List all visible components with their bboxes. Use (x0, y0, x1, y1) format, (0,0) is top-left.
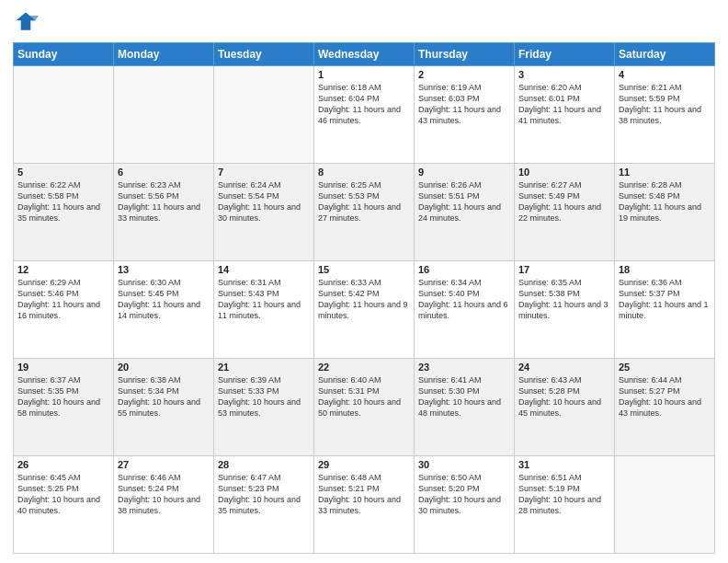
day-number: 30 (418, 459, 510, 470)
day-info: Sunrise: 6:27 AM Sunset: 5:49 PM Dayligh… (518, 179, 610, 224)
day-number: 8 (318, 167, 410, 178)
calendar-cell: 4Sunrise: 6:21 AM Sunset: 5:59 PM Daylig… (615, 66, 715, 164)
day-number: 20 (118, 362, 210, 373)
day-info: Sunrise: 6:37 AM Sunset: 5:35 PM Dayligh… (17, 374, 109, 419)
weekday-header-monday: Monday (114, 43, 214, 66)
calendar-cell: 19Sunrise: 6:37 AM Sunset: 5:35 PM Dayli… (14, 359, 114, 456)
logo-icon (13, 9, 39, 35)
day-info: Sunrise: 6:22 AM Sunset: 5:58 PM Dayligh… (17, 179, 109, 224)
day-number: 22 (318, 362, 410, 373)
calendar-cell: 1Sunrise: 6:18 AM Sunset: 6:04 PM Daylig… (314, 66, 415, 164)
week-row-3: 19Sunrise: 6:37 AM Sunset: 5:35 PM Dayli… (14, 359, 715, 456)
day-info: Sunrise: 6:41 AM Sunset: 5:30 PM Dayligh… (418, 374, 510, 419)
day-number: 24 (518, 362, 610, 373)
day-info: Sunrise: 6:36 AM Sunset: 5:37 PM Dayligh… (619, 277, 711, 322)
calendar-cell: 12Sunrise: 6:29 AM Sunset: 5:46 PM Dayli… (14, 261, 114, 359)
day-info: Sunrise: 6:46 AM Sunset: 5:24 PM Dayligh… (118, 472, 210, 517)
day-info: Sunrise: 6:44 AM Sunset: 5:27 PM Dayligh… (619, 374, 711, 419)
day-number: 25 (619, 362, 711, 373)
day-number: 1 (318, 69, 410, 80)
day-info: Sunrise: 6:28 AM Sunset: 5:48 PM Dayligh… (619, 179, 711, 224)
calendar-cell: 5Sunrise: 6:22 AM Sunset: 5:58 PM Daylig… (14, 164, 114, 261)
calendar-cell: 22Sunrise: 6:40 AM Sunset: 5:31 PM Dayli… (314, 359, 415, 456)
day-number: 9 (418, 167, 510, 178)
calendar-cell (114, 66, 214, 164)
calendar-cell: 16Sunrise: 6:34 AM Sunset: 5:40 PM Dayli… (415, 261, 515, 359)
weekday-header-wednesday: Wednesday (314, 43, 415, 66)
calendar-cell: 2Sunrise: 6:19 AM Sunset: 6:03 PM Daylig… (415, 66, 515, 164)
day-number: 21 (218, 362, 310, 373)
day-info: Sunrise: 6:20 AM Sunset: 6:01 PM Dayligh… (518, 82, 610, 127)
logo (13, 9, 42, 35)
day-info: Sunrise: 6:43 AM Sunset: 5:28 PM Dayligh… (518, 374, 610, 419)
day-info: Sunrise: 6:21 AM Sunset: 5:59 PM Dayligh… (619, 82, 711, 127)
calendar-cell (615, 456, 715, 554)
day-number: 29 (318, 459, 410, 470)
day-info: Sunrise: 6:31 AM Sunset: 5:43 PM Dayligh… (218, 277, 310, 322)
weekday-header-friday: Friday (515, 43, 615, 66)
calendar-cell: 18Sunrise: 6:36 AM Sunset: 5:37 PM Dayli… (615, 261, 715, 359)
day-info: Sunrise: 6:30 AM Sunset: 5:45 PM Dayligh… (118, 277, 210, 322)
day-info: Sunrise: 6:39 AM Sunset: 5:33 PM Dayligh… (218, 374, 310, 419)
calendar-cell: 30Sunrise: 6:50 AM Sunset: 5:20 PM Dayli… (415, 456, 515, 554)
calendar-cell: 26Sunrise: 6:45 AM Sunset: 5:25 PM Dayli… (14, 456, 114, 554)
day-number: 2 (418, 69, 510, 80)
day-number: 19 (17, 362, 109, 373)
day-number: 6 (118, 167, 210, 178)
day-info: Sunrise: 6:35 AM Sunset: 5:38 PM Dayligh… (518, 277, 610, 322)
week-row-0: 1Sunrise: 6:18 AM Sunset: 6:04 PM Daylig… (14, 66, 715, 164)
day-info: Sunrise: 6:38 AM Sunset: 5:34 PM Dayligh… (118, 374, 210, 419)
day-number: 17 (518, 264, 610, 275)
day-number: 18 (619, 264, 711, 275)
calendar-cell: 23Sunrise: 6:41 AM Sunset: 5:30 PM Dayli… (415, 359, 515, 456)
calendar-cell: 28Sunrise: 6:47 AM Sunset: 5:23 PM Dayli… (214, 456, 314, 554)
day-number: 11 (619, 167, 711, 178)
day-number: 27 (118, 459, 210, 470)
calendar-cell: 13Sunrise: 6:30 AM Sunset: 5:45 PM Dayli… (114, 261, 214, 359)
day-info: Sunrise: 6:25 AM Sunset: 5:53 PM Dayligh… (318, 179, 410, 224)
day-number: 23 (418, 362, 510, 373)
weekday-header-row: SundayMondayTuesdayWednesdayThursdayFrid… (14, 43, 715, 66)
day-info: Sunrise: 6:24 AM Sunset: 5:54 PM Dayligh… (218, 179, 310, 224)
header (13, 9, 715, 35)
day-number: 10 (518, 167, 610, 178)
calendar-cell: 25Sunrise: 6:44 AM Sunset: 5:27 PM Dayli… (615, 359, 715, 456)
calendar-cell: 29Sunrise: 6:48 AM Sunset: 5:21 PM Dayli… (314, 456, 415, 554)
day-info: Sunrise: 6:34 AM Sunset: 5:40 PM Dayligh… (418, 277, 510, 322)
day-info: Sunrise: 6:48 AM Sunset: 5:21 PM Dayligh… (318, 472, 410, 517)
day-number: 26 (17, 459, 109, 470)
day-number: 5 (17, 167, 109, 178)
day-number: 4 (619, 69, 711, 80)
calendar-cell: 21Sunrise: 6:39 AM Sunset: 5:33 PM Dayli… (214, 359, 314, 456)
day-number: 12 (17, 264, 109, 275)
calendar-cell: 20Sunrise: 6:38 AM Sunset: 5:34 PM Dayli… (114, 359, 214, 456)
weekday-header-sunday: Sunday (14, 43, 114, 66)
svg-marker-0 (17, 13, 36, 30)
day-number: 3 (518, 69, 610, 80)
day-number: 14 (218, 264, 310, 275)
day-number: 7 (218, 167, 310, 178)
weekday-header-thursday: Thursday (415, 43, 515, 66)
day-info: Sunrise: 6:18 AM Sunset: 6:04 PM Dayligh… (318, 82, 410, 127)
calendar-cell: 3Sunrise: 6:20 AM Sunset: 6:01 PM Daylig… (515, 66, 615, 164)
page: SundayMondayTuesdayWednesdayThursdayFrid… (0, 0, 728, 563)
week-row-2: 12Sunrise: 6:29 AM Sunset: 5:46 PM Dayli… (14, 261, 715, 359)
calendar-cell: 10Sunrise: 6:27 AM Sunset: 5:49 PM Dayli… (515, 164, 615, 261)
calendar-table: SundayMondayTuesdayWednesdayThursdayFrid… (13, 42, 715, 554)
day-number: 31 (518, 459, 610, 470)
calendar-cell: 27Sunrise: 6:46 AM Sunset: 5:24 PM Dayli… (114, 456, 214, 554)
svg-marker-1 (30, 16, 39, 20)
day-info: Sunrise: 6:26 AM Sunset: 5:51 PM Dayligh… (418, 179, 510, 224)
calendar-cell: 8Sunrise: 6:25 AM Sunset: 5:53 PM Daylig… (314, 164, 415, 261)
week-row-1: 5Sunrise: 6:22 AM Sunset: 5:58 PM Daylig… (14, 164, 715, 261)
day-info: Sunrise: 6:50 AM Sunset: 5:20 PM Dayligh… (418, 472, 510, 517)
calendar-cell: 17Sunrise: 6:35 AM Sunset: 5:38 PM Dayli… (515, 261, 615, 359)
day-info: Sunrise: 6:47 AM Sunset: 5:23 PM Dayligh… (218, 472, 310, 517)
calendar-cell: 31Sunrise: 6:51 AM Sunset: 5:19 PM Dayli… (515, 456, 615, 554)
calendar-cell: 14Sunrise: 6:31 AM Sunset: 5:43 PM Dayli… (214, 261, 314, 359)
day-info: Sunrise: 6:51 AM Sunset: 5:19 PM Dayligh… (518, 472, 610, 517)
day-info: Sunrise: 6:23 AM Sunset: 5:56 PM Dayligh… (118, 179, 210, 224)
day-info: Sunrise: 6:45 AM Sunset: 5:25 PM Dayligh… (17, 472, 109, 517)
calendar-cell (214, 66, 314, 164)
day-info: Sunrise: 6:33 AM Sunset: 5:42 PM Dayligh… (318, 277, 410, 322)
